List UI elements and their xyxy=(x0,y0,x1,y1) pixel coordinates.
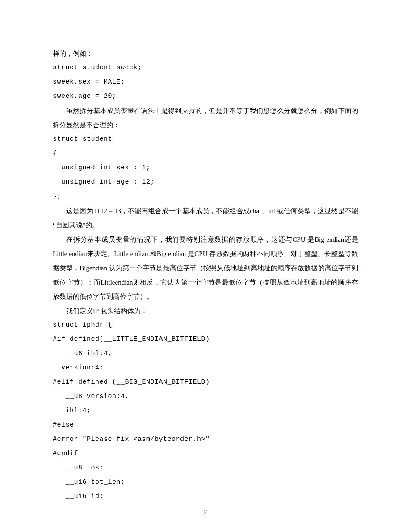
page-number: 2 xyxy=(0,509,411,516)
code-line: struct iphdr { xyxy=(53,318,358,332)
code-line: #elif defined (__BIG_ENDIAN_BITFIELD) xyxy=(53,375,358,390)
body-paragraph: 这是因为1+12 = 13，不能再组合成一个基本成员，不能组合成char、int… xyxy=(53,204,358,232)
code-line: __u8 ihl:4, xyxy=(53,347,358,361)
code-line: }; xyxy=(53,189,358,204)
code-line: unsigned int sex : 1; xyxy=(53,161,358,175)
code-line: #endif xyxy=(53,447,358,461)
code-line: unsigned int age : 12; xyxy=(53,175,358,189)
code-line: #error "Please fix <asm/byteorder.h>" xyxy=(53,432,358,447)
code-line: __u8 version:4, xyxy=(53,390,358,404)
body-text-continuation: 样的，例如： xyxy=(53,46,358,61)
code-line: struct student xyxy=(53,132,358,147)
code-line: sweek.sex = MALE; xyxy=(53,75,358,89)
code-line: #if defined(__LITTLE_ENDIAN_BITFIELD) xyxy=(53,332,358,347)
code-line: ihl:4; xyxy=(53,404,358,418)
body-paragraph: 虽然拆分基本成员变量在语法上是得到支持的，但是并不等于我们想怎么分就怎么分，例如… xyxy=(53,104,358,132)
code-line: version:4; xyxy=(53,361,358,375)
code-line: struct student sweek; xyxy=(53,61,358,75)
code-line: __u16 tot_len; xyxy=(53,475,358,490)
code-line: __u16 id; xyxy=(53,490,358,504)
code-line: sweek.age = 20; xyxy=(53,89,358,104)
code-line: { xyxy=(53,147,358,161)
body-paragraph: 在拆分基本成员变量的情况下，我们要特别注意数据的存放顺序，这还与CPU 是Big… xyxy=(53,232,358,304)
document-page: 样的，例如： struct student sweek; sweek.sex =… xyxy=(0,0,411,532)
code-line: #else xyxy=(53,418,358,432)
code-line: __u8 tos; xyxy=(53,461,358,475)
body-paragraph: 我们定义IP 包头结构体为： xyxy=(53,304,358,318)
